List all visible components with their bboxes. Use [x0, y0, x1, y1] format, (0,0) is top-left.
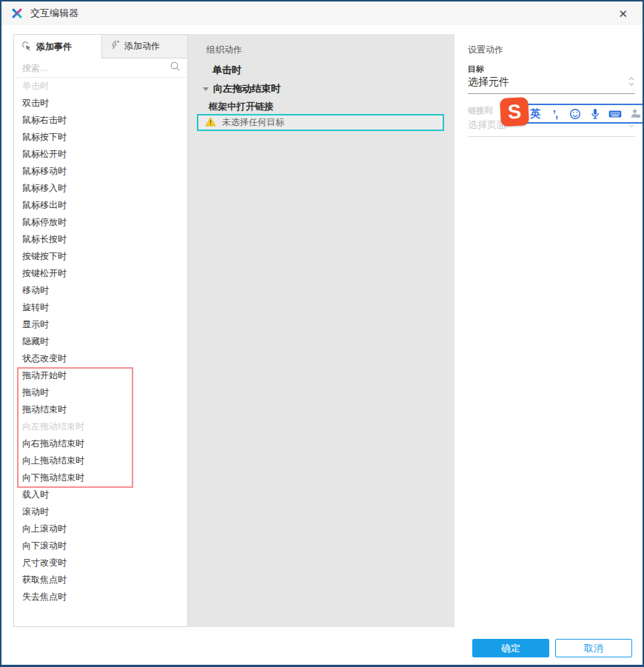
event-list-item[interactable]: 拖动开始时 [14, 367, 187, 384]
event-list-item[interactable]: 鼠标移入时 [14, 180, 187, 197]
event-label: 鼠标移入时 [22, 183, 67, 193]
event-list-item[interactable]: 尺寸改变时 [14, 554, 187, 572]
event-list-item[interactable]: 鼠标右击时 [14, 112, 187, 129]
ok-button[interactable]: 确定 [472, 639, 549, 657]
event-list-item[interactable]: 拖动时 [14, 384, 187, 401]
event-label: 鼠标松开时 [22, 149, 67, 159]
search-icon [170, 61, 181, 75]
event-list-item[interactable]: 按键松开时 [14, 265, 187, 282]
warning-triangle-icon [205, 116, 216, 130]
event-list-item[interactable]: 鼠标按下时 [14, 129, 187, 146]
event-list-item[interactable]: 向左拖动结束时 [14, 418, 187, 435]
organize-actions-panel: 组织动作 单击时 向左拖动结束时 框架中打开链接 未选择任何目标 [188, 34, 455, 627]
event-list-item[interactable]: 双击时 [14, 95, 187, 112]
event-list-item[interactable]: 隐藏时 [14, 333, 187, 350]
tab-add-action-label: 添加动作 [124, 40, 160, 53]
close-button[interactable]: ✕ [612, 7, 634, 21]
event-list-item[interactable]: 移动时 [14, 282, 187, 299]
event-label: 按键按下时 [22, 251, 67, 261]
organize-actions-header: 组织动作 [207, 44, 242, 56]
event-label: 向上拖动结束时 [22, 455, 84, 466]
event-list-item[interactable]: 旋转时 [14, 299, 187, 316]
event-label: 失去焦点时 [22, 591, 67, 602]
event-list-item[interactable]: 单击时 [14, 78, 187, 95]
event-label: 鼠标停放时 [22, 217, 67, 227]
event-label: 双击时 [22, 98, 49, 108]
event-label: 鼠标移动时 [22, 166, 67, 176]
dialog-title: 交互编辑器 [30, 7, 78, 20]
event-label: 向下拖动结束时 [22, 472, 84, 483]
ime-toolbar: 英 ’, [520, 104, 644, 124]
event-label: 鼠标按下时 [22, 132, 67, 142]
event-picker-panel: 添加事件 添加动作 单击时 [13, 34, 188, 627]
sogou-ime-logo[interactable]: S [500, 97, 529, 127]
organized-event-click[interactable]: 单击时 [212, 64, 241, 77]
ime-voice-icon[interactable] [588, 107, 602, 121]
event-list-item[interactable]: 滚动时 [14, 503, 187, 520]
event-list-item[interactable]: 鼠标长按时 [14, 231, 187, 248]
lightning-plus-icon [110, 40, 120, 53]
event-label: 滚动时 [22, 506, 49, 517]
event-label: 向上滚动时 [22, 523, 67, 534]
ime-punctuation-toggle[interactable]: ’, [549, 107, 562, 121]
title-bar: 交互编辑器 ✕ [1, 1, 643, 25]
click-gesture-icon [21, 41, 32, 53]
event-list-item[interactable]: 向上拖动结束时 [14, 452, 187, 469]
event-label: 拖动开始时 [22, 370, 67, 381]
event-label: 拖动时 [22, 387, 49, 398]
event-list-item[interactable]: 状态改变时 [14, 350, 187, 367]
tab-add-action[interactable]: 添加动作 [101, 35, 187, 58]
event-list-item[interactable]: 失去焦点时 [14, 589, 187, 606]
event-label: 向左拖动结束时 [22, 421, 84, 432]
event-label: 移动时 [22, 285, 49, 295]
event-label: 载入时 [22, 489, 49, 500]
event-label: 向右拖动结束时 [22, 438, 84, 449]
selected-target-warning-row[interactable]: 未选择任何目标 [197, 114, 444, 131]
event-label: 单击时 [22, 81, 49, 91]
event-label: 旋转时 [22, 302, 49, 312]
ime-keyboard-icon[interactable] [608, 107, 622, 121]
target-select[interactable]: 选择元件 [468, 73, 635, 94]
organized-event-drag-left[interactable]: 向左拖动结束时 [203, 82, 281, 95]
tab-bar: 添加事件 添加动作 [14, 35, 187, 58]
cancel-button[interactable]: 取消 [555, 639, 632, 657]
event-label: 状态改变时 [22, 353, 67, 363]
expander-chevron-down-icon[interactable] [203, 87, 209, 91]
event-label: 显示时 [22, 319, 49, 329]
event-list-item[interactable]: 鼠标移出时 [14, 197, 187, 214]
interaction-editor-dialog: 交互编辑器 ✕ 添加事件 [0, 0, 644, 667]
event-list-item[interactable]: 拖动结束时 [14, 401, 187, 418]
event-list-item[interactable]: 向下拖动结束时 [14, 469, 187, 486]
organized-action-open-link[interactable]: 框架中打开链接 [209, 101, 274, 113]
event-list-item[interactable]: 向右拖动结束时 [14, 435, 187, 452]
event-label: 按键松开时 [22, 268, 67, 278]
ime-emoji-icon[interactable] [568, 107, 582, 121]
event-list-item[interactable]: 获取焦点时 [14, 572, 187, 589]
event-label: 拖动结束时 [22, 404, 67, 415]
link-to-label: 链接到 [468, 105, 492, 116]
chevron-updown-icon[interactable] [628, 76, 635, 90]
event-list-item[interactable]: 鼠标移动时 [14, 163, 187, 180]
ime-language-toggle[interactable]: 英 [529, 107, 542, 121]
ime-account-icon[interactable] [628, 107, 642, 121]
event-label: 尺寸改变时 [22, 557, 67, 568]
search-input[interactable] [21, 62, 170, 74]
event-label: 鼠标移出时 [22, 200, 67, 210]
event-list-item[interactable]: 向上滚动时 [14, 520, 187, 537]
warning-text: 未选择任何目标 [222, 116, 284, 129]
event-list: 单击时 双击时 鼠标右击时 鼠标按下时 鼠标松开时 鼠标移动时 鼠标移入时 鼠标… [14, 78, 187, 606]
event-label: 鼠标右击时 [22, 115, 67, 125]
event-list-item[interactable]: 显示时 [14, 316, 187, 333]
event-label: 向下滚动时 [22, 540, 67, 551]
target-select-value: 选择元件 [468, 73, 628, 93]
event-list-item[interactable]: 向下滚动时 [14, 537, 187, 554]
event-list-item[interactable]: 按键按下时 [14, 248, 187, 265]
tab-add-event[interactable]: 添加事件 [14, 35, 101, 58]
event-list-item[interactable]: 载入时 [14, 486, 187, 503]
set-action-header: 设置动作 [468, 44, 503, 56]
event-label: 鼠标长按时 [22, 234, 67, 244]
tab-add-event-label: 添加事件 [36, 41, 72, 53]
event-list-item[interactable]: 鼠标松开时 [14, 146, 187, 163]
event-list-item[interactable]: 鼠标停放时 [14, 214, 187, 231]
axure-logo-icon [10, 7, 24, 20]
